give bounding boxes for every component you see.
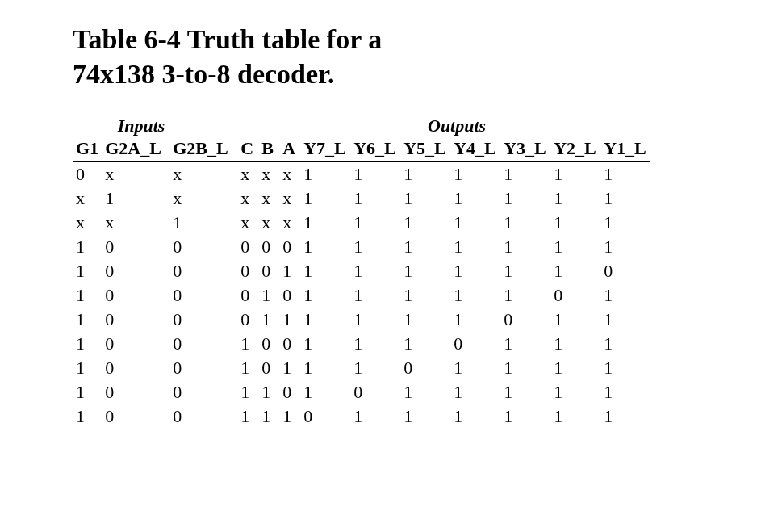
- cell-y2: 1: [550, 259, 600, 283]
- cell-y6: 0: [350, 380, 400, 404]
- cell-a: x: [279, 211, 300, 235]
- cell-c: x: [237, 211, 258, 235]
- cell-g2b: 0: [169, 404, 237, 429]
- cell-y7: 1: [300, 235, 350, 259]
- cell-g2a: 0: [102, 235, 169, 259]
- cell-c: 0: [237, 308, 258, 332]
- cell-y5: 1: [400, 211, 450, 235]
- table-row: 1000001111111: [73, 235, 650, 259]
- cell-y6: 1: [350, 356, 400, 380]
- title-line-1: Table 6-4 Truth table for a: [73, 24, 382, 54]
- cell-y1: 1: [600, 161, 650, 186]
- col-y1: Y1_L: [600, 138, 650, 161]
- cell-y7: 1: [300, 161, 350, 186]
- cell-y6: 1: [350, 259, 400, 283]
- table-row: 0xxxxx1111111: [73, 161, 650, 186]
- cell-a: 1: [279, 404, 300, 429]
- cell-g2b: 0: [169, 380, 237, 404]
- cell-g1: 1: [73, 404, 102, 429]
- cell-y6: 1: [350, 186, 400, 211]
- col-g1: G1: [73, 138, 102, 161]
- cell-y4: 1: [450, 259, 500, 283]
- cell-g1: 0: [73, 161, 102, 186]
- cell-g1: 1: [73, 259, 102, 283]
- cell-y2: 1: [550, 235, 600, 259]
- cell-a: 1: [279, 308, 300, 332]
- cell-y2: 1: [550, 332, 600, 356]
- group-header-row: Inputs Outputs: [73, 115, 761, 136]
- cell-y6: 1: [350, 332, 400, 356]
- cell-c: 0: [237, 235, 258, 259]
- truth-table: G1 G2A_L G2B_L C B A Y7_L Y6_L Y5_L Y4_L…: [73, 138, 650, 429]
- cell-c: x: [237, 186, 258, 211]
- cell-b: 1: [258, 308, 279, 332]
- cell-y2: 1: [550, 404, 600, 429]
- cell-y4: 1: [450, 380, 500, 404]
- cell-g2b: 0: [169, 259, 237, 283]
- cell-y7: 1: [300, 308, 350, 332]
- cell-g1: 1: [73, 283, 102, 308]
- col-b: B: [258, 138, 279, 161]
- cell-y4: 1: [450, 404, 500, 429]
- cell-g1: 1: [73, 235, 102, 259]
- cell-g2a: 0: [102, 380, 169, 404]
- col-y7: Y7_L: [300, 138, 350, 161]
- table-row: 1000111111011: [73, 308, 650, 332]
- cell-c: 1: [237, 404, 258, 429]
- cell-y2: 1: [550, 161, 600, 186]
- cell-g2a: 0: [102, 356, 169, 380]
- cell-b: 1: [258, 283, 279, 308]
- cell-y4: 1: [450, 186, 500, 211]
- cell-y6: 1: [350, 404, 400, 429]
- table-row: 1000011111110: [73, 259, 650, 283]
- title-line-2: 74x138 3-to-8 decoder.: [73, 59, 335, 89]
- cell-y3: 0: [500, 308, 550, 332]
- cell-g1: 1: [73, 332, 102, 356]
- cell-y1: 0: [600, 259, 650, 283]
- table-row: xx1xxx1111111: [73, 211, 650, 235]
- cell-g2b: 0: [169, 235, 237, 259]
- cell-y7: 1: [300, 283, 350, 308]
- cell-y6: 1: [350, 283, 400, 308]
- cell-y1: 1: [600, 283, 650, 308]
- cell-y3: 1: [500, 235, 550, 259]
- cell-y7: 1: [300, 211, 350, 235]
- column-header-row: G1 G2A_L G2B_L C B A Y7_L Y6_L Y5_L Y4_L…: [73, 138, 650, 161]
- cell-y2: 1: [550, 211, 600, 235]
- cell-y6: 1: [350, 235, 400, 259]
- table-title: Table 6-4 Truth table for a 74x138 3-to-…: [73, 23, 761, 91]
- table-row: 1001110111111: [73, 404, 650, 429]
- cell-y1: 1: [600, 380, 650, 404]
- col-c: C: [237, 138, 258, 161]
- cell-a: x: [279, 161, 300, 186]
- cell-b: x: [258, 211, 279, 235]
- col-y3: Y3_L: [500, 138, 550, 161]
- cell-g1: 1: [73, 356, 102, 380]
- cell-y5: 1: [400, 235, 450, 259]
- cell-y5: 1: [400, 186, 450, 211]
- cell-y7: 1: [300, 332, 350, 356]
- cell-g2a: 0: [102, 283, 169, 308]
- table-head: G1 G2A_L G2B_L C B A Y7_L Y6_L Y5_L Y4_L…: [73, 138, 650, 161]
- cell-y4: 0: [450, 332, 500, 356]
- col-a: A: [279, 138, 300, 161]
- cell-y5: 1: [400, 308, 450, 332]
- cell-g2a: x: [102, 161, 169, 186]
- cell-c: 1: [237, 380, 258, 404]
- col-y2: Y2_L: [550, 138, 600, 161]
- cell-y5: 1: [400, 283, 450, 308]
- cell-g2a: 0: [102, 404, 169, 429]
- cell-g1: x: [73, 211, 102, 235]
- cell-g2b: 1: [169, 211, 237, 235]
- cell-y2: 0: [550, 283, 600, 308]
- group-header-outputs: Outputs: [428, 115, 500, 136]
- cell-g2a: x: [102, 211, 169, 235]
- cell-y4: 1: [450, 308, 500, 332]
- cell-y5: 1: [400, 332, 450, 356]
- cell-y7: 1: [300, 380, 350, 404]
- table-row: 1000101111101: [73, 283, 650, 308]
- cell-g2b: 0: [169, 283, 237, 308]
- cell-g2b: x: [169, 161, 237, 186]
- cell-y5: 1: [400, 259, 450, 283]
- cell-c: 1: [237, 356, 258, 380]
